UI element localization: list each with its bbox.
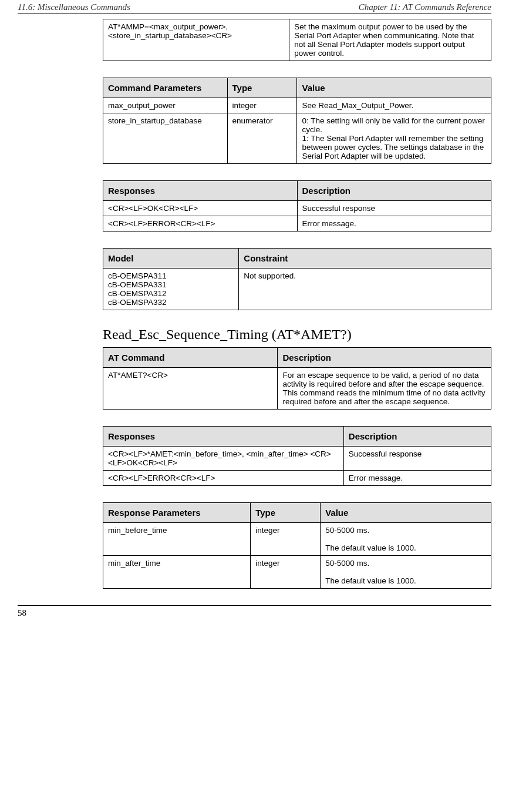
table-row: cB-OEMSPA311 cB-OEMSPA331 cB-OEMSPA312 c… xyxy=(103,269,491,310)
header-cell: Type xyxy=(227,78,297,98)
table-row: store_in_startup_database enumerator 0: … xyxy=(103,113,491,164)
table-header-row: Response Parameters Type Value xyxy=(103,503,491,523)
header-cell: Responses xyxy=(103,427,344,447)
header-cell: Description xyxy=(343,427,491,447)
header-cell: Model xyxy=(103,249,239,269)
cell: store_in_startup_database xyxy=(103,113,228,164)
header-cell: Description xyxy=(297,181,491,201)
cell: For an escape sequence to be valid, a pe… xyxy=(278,368,491,410)
table-row: <CR><LF>ERROR<CR><LF> Error message. xyxy=(103,216,491,231)
cell: integer xyxy=(251,523,321,556)
cell: Error message. xyxy=(343,471,491,486)
cell: min_after_time xyxy=(103,556,251,589)
cell: <CR><LF>ERROR<CR><LF> xyxy=(103,216,298,231)
cell: <CR><LF>*AMET:<min_before_time>, <min_af… xyxy=(103,447,344,471)
header-left: 11.6: Miscellaneous Commands xyxy=(18,2,130,12)
table-header-row: Responses Description xyxy=(103,181,491,201)
table-header-row: Command Parameters Type Value xyxy=(103,78,491,98)
cell: AT*AMMP=<max_output_power>, <store_in_st… xyxy=(103,19,289,61)
table-response-parameters: Response Parameters Type Value min_befor… xyxy=(103,502,491,589)
cell: integer xyxy=(227,98,297,113)
cell: 50-5000 ms. The default value is 1000. xyxy=(321,523,491,556)
header-right: Chapter 11: AT Commands Reference xyxy=(359,2,491,12)
header-divider xyxy=(18,14,491,14)
table-header-row: Model Constraint xyxy=(103,249,491,269)
cell: cB-OEMSPA311 cB-OEMSPA331 cB-OEMSPA312 c… xyxy=(103,269,239,310)
cell: Error message. xyxy=(297,216,491,231)
cell: Successful response xyxy=(297,201,491,216)
page-number: 58 xyxy=(0,606,509,625)
table-row: AT*AMMP=<max_output_power>, <store_in_st… xyxy=(103,19,491,61)
header-cell: Value xyxy=(297,78,491,98)
table-row: <CR><LF>*AMET:<min_before_time>, <min_af… xyxy=(103,447,491,471)
cell: 50-5000 ms. The default value is 1000. xyxy=(321,556,491,589)
header-cell: Type xyxy=(251,503,321,523)
cell: max_output_power xyxy=(103,98,228,113)
table-header-row: AT Command Description xyxy=(103,348,491,368)
cell: <CR><LF>OK<CR><LF> xyxy=(103,201,298,216)
cell: Not supported. xyxy=(239,269,491,310)
table-ammp-command: AT*AMMP=<max_output_power>, <store_in_st… xyxy=(103,19,491,61)
cell: See Read_Max_Output_Power. xyxy=(297,98,491,113)
header-cell: Value xyxy=(321,503,491,523)
table-at-command: AT Command Description AT*AMET?<CR> For … xyxy=(103,347,491,410)
cell: <CR><LF>ERROR<CR><LF> xyxy=(103,471,344,486)
header-cell: Constraint xyxy=(239,249,491,269)
cell: min_before_time xyxy=(103,523,251,556)
cell: enumerator xyxy=(227,113,297,164)
header-cell: AT Command xyxy=(103,348,278,368)
table-model-constraint: Model Constraint cB-OEMSPA311 cB-OEMSPA3… xyxy=(103,248,491,310)
cell: integer xyxy=(251,556,321,589)
table-row: min_after_time integer 50-5000 ms. The d… xyxy=(103,556,491,589)
main-content: AT*AMMP=<max_output_power>, <store_in_st… xyxy=(103,19,491,589)
table-command-parameters: Command Parameters Type Value max_output… xyxy=(103,78,491,164)
table-header-row: Responses Description xyxy=(103,427,491,447)
cell: Set the maximum output power to be used … xyxy=(289,19,491,61)
table-row: <CR><LF>OK<CR><LF> Successful response xyxy=(103,201,491,216)
table-row: max_output_power integer See Read_Max_Ou… xyxy=(103,98,491,113)
cell: Successful response xyxy=(343,447,491,471)
header-cell: Command Parameters xyxy=(103,78,228,98)
table-row: <CR><LF>ERROR<CR><LF> Error message. xyxy=(103,471,491,486)
header-cell: Description xyxy=(278,348,491,368)
table-responses-2: Responses Description <CR><LF>*AMET:<min… xyxy=(103,426,491,486)
table-responses-1: Responses Description <CR><LF>OK<CR><LF>… xyxy=(103,180,491,231)
cell: 0: The setting will only be valid for th… xyxy=(297,113,491,164)
header-cell: Response Parameters xyxy=(103,503,251,523)
header-cell: Responses xyxy=(103,181,298,201)
cell: AT*AMET?<CR> xyxy=(103,368,278,410)
page-header: 11.6: Miscellaneous Commands Chapter 11:… xyxy=(0,0,509,14)
table-row: AT*AMET?<CR> For an escape sequence to b… xyxy=(103,368,491,410)
table-row: min_before_time integer 50-5000 ms. The … xyxy=(103,523,491,556)
section-heading: Read_Esc_Sequence_Timing (AT*AMET?) xyxy=(103,327,491,343)
